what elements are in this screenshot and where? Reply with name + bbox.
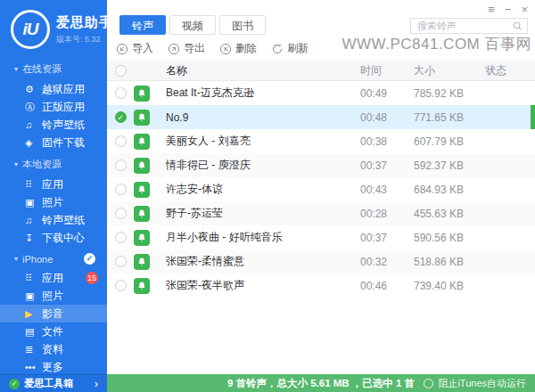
ringtone-icon-cell [134,86,166,102]
export-button[interactable]: 导出 [168,41,205,56]
row-checkbox[interactable]: ✓ [107,111,134,123]
header-name[interactable]: 名称 [166,63,360,78]
close-icon[interactable]: × [521,4,528,16]
sidebar-item-label: 下载中心 [42,231,85,246]
delete-button[interactable]: 删除 [219,41,257,56]
row-checkbox[interactable] [107,87,134,99]
sidebar-item-genuine-apps[interactable]: Ⓐ正版应用 [0,98,107,116]
sidebar-section-iphone[interactable]: ▾iPhone✓ [0,247,107,269]
table-row[interactable]: 月半小夜曲 - 好听纯音乐00:37590.56 KB [107,225,535,249]
sidebar-item-firmware-download[interactable]: ◈固件下载 [0,134,107,151]
chevron-down-icon: ▾ [14,160,18,168]
ringtone-icon-cell [134,110,166,126]
sidebar-item-iphone-data[interactable]: ≣资料 [0,340,107,358]
unchecked-circle-icon [115,232,127,243]
sidebar-item-iphone-files[interactable]: ▤文件 [0,323,107,340]
unchecked-circle-icon [115,280,127,291]
table-row[interactable]: 许志安-体谅00:43684.93 KB [107,177,535,201]
refresh-icon [271,43,284,55]
sidebar-item-iphone-photos[interactable]: ▣照片 [0,287,107,305]
header-status[interactable]: 状态 [485,63,535,78]
row-checkbox[interactable] [107,232,134,243]
sidebar-item-iphone-apps[interactable]: ⠿应用15 [0,269,107,287]
row-checkbox[interactable] [107,159,134,171]
search-icon[interactable] [513,21,523,31]
firmware-icon: ◈ [25,137,42,149]
ringtone-size: 455.63 KB [414,208,485,220]
table-row[interactable]: 张国荣-柔情蜜意00:32518.86 KB [107,249,535,274]
notification-badge: 15 [86,272,98,284]
sidebar-item-label: 资料 [42,342,63,357]
sidebar-item-toolbox[interactable]: ✓ 爱思工具箱 › [0,374,107,392]
ringtone-name: 野子-苏运莹 [166,206,360,221]
unchecked-circle-icon [115,87,127,99]
sidebar-item-label: 文件 [42,324,63,339]
tab-books[interactable]: 图书 [219,15,266,35]
table-row[interactable]: 美丽女人 - 刘嘉亮00:38607.79 KB [107,129,535,153]
ringtone-size: 607.79 KB [414,135,485,148]
bell-icon [134,110,150,126]
menu-icon[interactable]: ≡ [488,4,495,16]
ringtone-time: 00:43 [360,184,414,196]
import-button[interactable]: 导入 [116,41,153,56]
main-panel: ≡ − × 铃声 视频 图书 WWW.PC841.COM 百事网 [107,0,535,392]
sidebar-item-download-center[interactable]: ↧下载中心 [0,229,107,247]
sidebar-section-online-resources[interactable]: ▾在线资源 [0,56,107,80]
select-all-checkbox[interactable] [107,65,134,77]
header-size[interactable]: 大小 [414,63,485,78]
app-window: iU 爱思助手 版本号: 5.32 ▾在线资源⚙越狱应用Ⓐ正版应用♫铃声壁纸◈固… [0,0,535,392]
table-row[interactable]: 情非得已 - 庾澄庆00:37592.37 KB [107,153,535,177]
search-input[interactable] [411,20,513,31]
minimize-icon[interactable]: − [505,4,512,16]
ringtone-name: 许志安-体谅 [166,182,360,197]
bell-icon [134,278,150,294]
watermark-text: WWW.PC841.COM 百事网 [342,34,531,54]
status-bar: 9 首铃声，总大小 5.61 MB ，已选中 1 首 阻止iTunes自动运行 [107,374,535,392]
sidebar-item-local-ringtone-wallpaper[interactable]: ♫铃声壁纸 [0,211,107,229]
bell-icon [134,158,150,174]
refresh-button[interactable]: 刷新 [271,41,309,56]
ringtone-size: 518.86 KB [414,256,485,268]
toolbox-label: 爱思工具箱 [24,377,73,390]
logo-glyph: iU [23,20,38,39]
ringtone-time: 00:49 [360,87,414,100]
ringtone-size: 771.65 KB [414,111,485,124]
ringtone-icon-cell [134,254,166,270]
sidebar-item-label: 照片 [42,289,63,304]
sidebar-item-iphone-more[interactable]: •••更多 [0,358,107,376]
sidebar-item-jailbreak-apps[interactable]: ⚙越狱应用 [0,80,107,98]
bell-icon [134,230,150,246]
chevron-right-icon: › [95,377,98,390]
content-tabs: 铃声 视频 图书 [119,15,266,35]
sidebar-item-label: 影音 [42,306,63,322]
ringtone-time: 00:37 [360,159,414,172]
export-icon [168,43,180,55]
header-time[interactable]: 时间 [360,63,414,78]
tab-video[interactable]: 视频 [169,15,216,35]
chevron-down-icon: ▾ [14,255,18,263]
itunes-toggle[interactable]: 阻止iTunes自动运行 [424,377,526,390]
app-logo: iU 爱思助手 版本号: 5.32 [0,0,107,56]
table-row[interactable]: Beat It-迈克杰克逊00:49785.92 KB [107,81,535,105]
sidebar-item-ringtone-wallpaper[interactable]: ♫铃声壁纸 [0,116,107,134]
sidebar-item-local-apps[interactable]: ⠿应用 [0,176,107,193]
row-checkbox[interactable] [107,184,134,195]
ringtone-icon-cell [134,278,166,294]
tab-ringtone[interactable]: 铃声 [119,15,166,35]
row-checkbox[interactable] [107,280,134,291]
table-row[interactable]: 野子-苏运莹00:28455.63 KB [107,201,535,225]
bell-icon [134,134,150,150]
status-summary: 9 首铃声，总大小 5.61 MB ，已选中 1 首 [227,377,415,390]
table-row[interactable]: ✓No.900:48771.65 KB [107,105,535,129]
ringtone-time: 00:32 [360,256,414,268]
table-row[interactable]: 张国荣-夜半歌声00:46739.40 KB [107,274,535,298]
row-checkbox[interactable] [107,208,134,219]
sidebar-item-iphone-media[interactable]: ▶影音 [0,305,107,323]
row-checkbox[interactable] [107,135,134,147]
row-checkbox[interactable] [107,256,134,267]
sidebar-item-label: 固件下载 [42,135,85,151]
sidebar-section-local-resources[interactable]: ▾本地资源 [0,151,107,176]
ringtone-icon-cell [134,182,166,198]
sidebar-item-label: 照片 [42,195,63,210]
sidebar-item-local-photos[interactable]: ▣照片 [0,193,107,211]
